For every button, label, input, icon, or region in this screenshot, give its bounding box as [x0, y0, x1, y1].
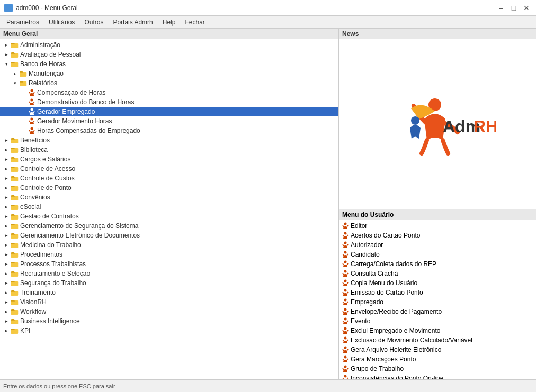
- tree-item[interactable]: ▸ Business Intelligence: [0, 316, 338, 326]
- tree-item[interactable]: ▸ Benefícios: [0, 135, 338, 145]
- tree-toggle-icon: ▸: [2, 326, 11, 335]
- folder-icon: [11, 193, 19, 202]
- svg-line-16: [29, 92, 30, 94]
- minimize-button[interactable]: –: [496, 3, 506, 13]
- tree-item[interactable]: ▸ Gerenciamento Eletrônico de Documentos: [0, 231, 338, 240]
- tree-item[interactable]: ▸ Controle de Acesso: [0, 164, 338, 174]
- tree-item[interactable]: ▸ Avaliação de Pessoal: [0, 50, 338, 59]
- tree-item[interactable]: ▸ Workflow: [0, 307, 338, 316]
- svg-line-23: [33, 111, 34, 113]
- close-button[interactable]: ✕: [521, 3, 532, 13]
- tree-item[interactable]: ▸ VisionRH: [0, 297, 338, 307]
- list-item[interactable]: Consulta Crachá: [339, 269, 536, 278]
- svg-line-98: [343, 225, 344, 227]
- list-item[interactable]: Empregado: [339, 297, 536, 307]
- tree-item[interactable]: Horas Compensadas do Empregado: [0, 126, 338, 135]
- menu-usuario-header: Menu do Usuário: [339, 209, 536, 220]
- tree-item[interactable]: Demonstrativo do Banco de Horas: [0, 97, 338, 107]
- svg-line-131: [343, 330, 344, 332]
- tree-item[interactable]: ▸ Processos Trabalhistas: [0, 259, 338, 269]
- svg-point-115: [344, 280, 347, 282]
- svg-line-117: [347, 282, 348, 284]
- tree-item[interactable]: ▸ Procedimentos: [0, 250, 338, 259]
- list-item[interactable]: Acertos do Cartão Ponto: [339, 231, 536, 240]
- list-item[interactable]: Inconsistências do Ponto On-line: [339, 373, 536, 379]
- svg-line-28: [29, 130, 30, 132]
- menu-usuario-list[interactable]: Editor Acertos do Cartão Ponto Autorizad…: [339, 220, 536, 379]
- menu-bar-item[interactable]: Utilitários: [44, 17, 79, 27]
- svg-point-121: [344, 299, 347, 302]
- tree-item[interactable]: ▸ Convênios: [0, 193, 338, 202]
- tree-item-label: Biblioteca: [20, 146, 48, 153]
- svg-point-112: [344, 270, 347, 273]
- list-item-icon: [341, 231, 350, 240]
- tree-item-label: Gerenciamento de Segurança do Sistema: [20, 222, 138, 230]
- list-item-label: Inconsistências do Ponto On-line: [351, 375, 443, 379]
- tree-item[interactable]: ▸ Gestão de Contratos: [0, 212, 338, 221]
- svg-point-118: [344, 289, 347, 292]
- list-item[interactable]: Grupo de Trabalho: [339, 364, 536, 373]
- tree-item[interactable]: ▸ Biblioteca: [0, 145, 338, 154]
- svg-point-127: [344, 318, 347, 321]
- svg-line-126: [347, 311, 348, 313]
- list-item-icon: [341, 307, 350, 316]
- folder-icon: [11, 279, 19, 287]
- tree-item[interactable]: Gerador Movimento Horas: [0, 116, 338, 126]
- menu-bar-item[interactable]: Portais Admrh: [109, 17, 157, 27]
- menu-bar-item[interactable]: Outros: [80, 17, 108, 27]
- tree-item[interactable]: ▸ KPI: [0, 326, 338, 335]
- menu-bar-item[interactable]: Parâmetros: [2, 17, 43, 27]
- list-item[interactable]: Candidato: [339, 250, 536, 259]
- tree-item[interactable]: ▾ Banco de Horas: [0, 59, 338, 69]
- tree-toggle-icon: ▸: [2, 250, 11, 259]
- folder-icon: [11, 145, 19, 154]
- tree-item[interactable]: Compensação de Horas: [0, 88, 338, 97]
- tree-item[interactable]: ▾ Relatórios: [0, 78, 338, 88]
- menu-bar-item[interactable]: Help: [158, 17, 180, 27]
- list-item[interactable]: Gera Marcações Ponto: [339, 354, 536, 364]
- list-item[interactable]: Evento: [339, 316, 536, 326]
- tree-item[interactable]: ▸ Recrutamento e Seleção: [0, 269, 338, 278]
- maximize-button[interactable]: □: [508, 3, 519, 13]
- tree-item[interactable]: ▸ Gerenciamento de Segurança do Sistema: [0, 221, 338, 231]
- menu-bar-item[interactable]: Fechar: [181, 17, 209, 27]
- svg-rect-68: [11, 254, 18, 258]
- svg-point-145: [344, 375, 347, 378]
- status-text: Entre os dados ou pressione ESC para sai…: [3, 383, 115, 389]
- list-item[interactable]: Autorizador: [339, 240, 536, 250]
- leaf-icon: [28, 117, 36, 125]
- tree-item[interactable]: ▸ Medicina do Trabalho: [0, 240, 338, 250]
- tree-item[interactable]: ▸ Cargos e Salários: [0, 154, 338, 164]
- tree-item-label: KPI: [20, 327, 30, 334]
- tree-item[interactable]: ▸ Segurança do Trabalho: [0, 278, 338, 288]
- list-item-label: Grupo de Trabalho: [351, 365, 404, 372]
- folder-icon: [11, 231, 19, 240]
- tree-item[interactable]: ▸ eSocial: [0, 202, 338, 212]
- tree-toggle-icon: ▸: [2, 41, 11, 49]
- svg-point-139: [344, 356, 347, 359]
- right-panel: News: [339, 29, 536, 379]
- tree-item[interactable]: Gerador Empregado: [0, 107, 338, 116]
- tree-item[interactable]: ▸ Treinamento: [0, 288, 338, 297]
- list-item[interactable]: Copia Menu do Usuário: [339, 278, 536, 288]
- tree-item[interactable]: ▸ Controle de Custos: [0, 174, 338, 183]
- tree-toggle-icon: ▸: [2, 231, 11, 240]
- list-item[interactable]: Envelope/Recibo de Pagamento: [339, 307, 536, 316]
- list-item[interactable]: Exclui Empregado e Movimento: [339, 326, 536, 335]
- list-item[interactable]: Exclusão de Movimento Calculado/Variável: [339, 335, 536, 345]
- list-item[interactable]: Emissão do Cartão Ponto: [339, 288, 536, 297]
- tree-container[interactable]: ▸ Administração▸ Avaliação de Pessoal▾ B…: [0, 39, 338, 379]
- tree-toggle-icon: ▸: [2, 184, 11, 192]
- svg-line-147: [347, 378, 348, 379]
- tree-item-label: Convênios: [20, 194, 50, 201]
- tree-item[interactable]: ▸ Administração: [0, 40, 338, 50]
- svg-line-140: [343, 359, 344, 360]
- list-item-label: Carrega/Coleta dados do REP: [351, 260, 436, 268]
- list-item[interactable]: Gera Arquivo Holerite Eletrônico: [339, 345, 536, 354]
- list-item[interactable]: Editor: [339, 221, 536, 231]
- tree-item[interactable]: ▸ Manutenção: [0, 69, 338, 78]
- tree-item[interactable]: ▸ Controle de Ponto: [0, 183, 338, 193]
- svg-rect-41: [11, 168, 18, 172]
- svg-line-105: [347, 244, 348, 246]
- list-item[interactable]: Carrega/Coleta dados do REP: [339, 259, 536, 269]
